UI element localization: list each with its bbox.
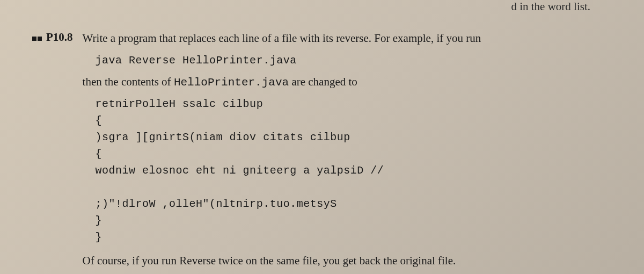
exercise-prompt-line-1: Write a program that replaces each line … <box>83 30 612 48</box>
exercise-prompt-line-2: then the contents of HelloPrinter.java a… <box>83 73 612 92</box>
difficulty-icon <box>32 37 42 41</box>
exercise-block: P10.8 Write a program that replaces each… <box>32 30 612 270</box>
inline-code-filename: HelloPrinter.java <box>174 76 289 89</box>
exercise-label: P10.8 <box>32 31 73 44</box>
exercise-closing: Of course, if you run Reverse twice on t… <box>83 252 612 270</box>
exercise-number: P10.8 <box>46 31 73 44</box>
partial-previous-line: d in the word list. <box>32 0 612 13</box>
code-reversed-output: retnirPolleH ssalc cilbup { )sgra ][gnir… <box>96 96 612 246</box>
text-fragment: then the contents of <box>83 75 174 88</box>
code-command: java Reverse HelloPrinter.java <box>96 52 612 69</box>
text-fragment: are changed to <box>289 75 357 88</box>
textbook-page: d in the word list. P10.8 Write a progra… <box>32 0 612 270</box>
exercise-body: Write a program that replaces each line … <box>83 30 612 270</box>
